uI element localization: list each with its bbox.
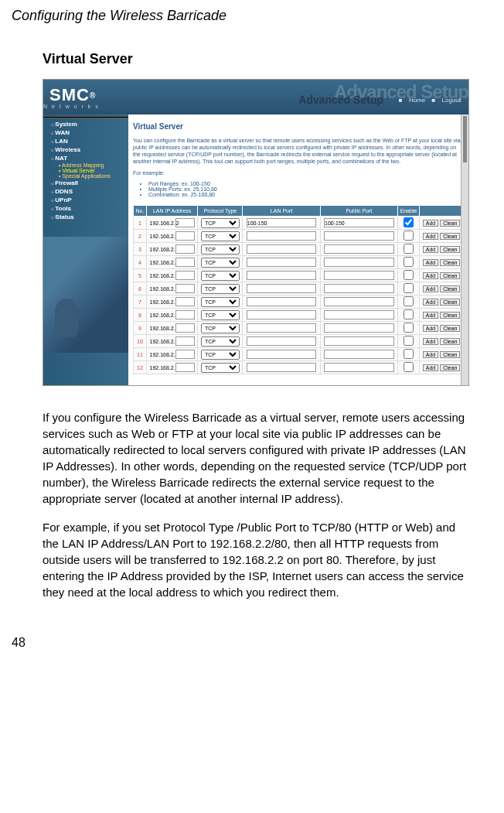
protocol-select[interactable]: TCP: [201, 284, 240, 294]
add-button[interactable]: Add: [423, 312, 438, 319]
sidebar-item-upnp[interactable]: UPnP: [43, 196, 128, 204]
enable-checkbox[interactable]: [404, 309, 414, 319]
add-button[interactable]: Add: [423, 246, 438, 253]
scrollbar[interactable]: [461, 114, 468, 385]
lan-port-input[interactable]: [247, 336, 317, 346]
clean-button[interactable]: Clean: [440, 325, 460, 332]
lan-port-input[interactable]: [247, 350, 317, 359]
enable-checkbox[interactable]: [404, 244, 414, 254]
lan-port-input[interactable]: [247, 218, 317, 227]
enable-checkbox[interactable]: [404, 217, 414, 227]
ip-last-octet[interactable]: [175, 244, 195, 254]
public-port-input[interactable]: [324, 363, 394, 372]
ip-last-octet[interactable]: [175, 336, 195, 346]
sidebar-item-lan[interactable]: LAN: [43, 137, 128, 145]
protocol-select[interactable]: TCP: [201, 271, 240, 281]
protocol-select[interactable]: TCP: [201, 218, 240, 228]
enable-checkbox[interactable]: [404, 231, 414, 241]
public-port-input[interactable]: [324, 284, 394, 293]
sidebar-item-tools[interactable]: Tools: [43, 204, 128, 213]
protocol-select[interactable]: TCP: [201, 258, 240, 268]
lan-port-input[interactable]: [247, 363, 317, 372]
clean-button[interactable]: Clean: [440, 299, 460, 306]
clean-button[interactable]: Clean: [440, 312, 460, 319]
enable-checkbox[interactable]: [404, 283, 414, 293]
sidebar-sub-address-mapping[interactable]: Address Mapping: [43, 162, 128, 168]
ip-last-octet[interactable]: [175, 297, 195, 306]
add-button[interactable]: Add: [423, 338, 438, 345]
add-button[interactable]: Add: [423, 259, 438, 266]
sidebar-item-status[interactable]: Status: [43, 213, 128, 221]
clean-button[interactable]: Clean: [440, 272, 460, 279]
sidebar-item-firewall[interactable]: Firewall: [43, 179, 128, 187]
clean-button[interactable]: Clean: [440, 338, 460, 345]
protocol-select[interactable]: TCP: [201, 231, 240, 241]
lan-port-input[interactable]: [247, 323, 317, 333]
protocol-select[interactable]: TCP: [201, 310, 240, 320]
add-button[interactable]: Add: [423, 364, 438, 371]
protocol-select[interactable]: TCP: [201, 363, 240, 373]
home-link[interactable]: ■ Home: [399, 97, 425, 104]
clean-button[interactable]: Clean: [440, 351, 460, 358]
public-port-input[interactable]: [324, 218, 394, 227]
public-port-input[interactable]: [324, 297, 394, 306]
ip-last-octet[interactable]: [175, 271, 195, 280]
sidebar-sub-special-apps[interactable]: Special Applications: [43, 173, 128, 179]
protocol-select[interactable]: TCP: [201, 336, 240, 347]
ip-last-octet[interactable]: [175, 363, 195, 372]
ip-last-octet[interactable]: [175, 284, 195, 293]
clean-button[interactable]: Clean: [440, 364, 460, 371]
enable-checkbox[interactable]: [404, 349, 414, 359]
logout-link[interactable]: ■ Logout: [431, 97, 461, 104]
protocol-select[interactable]: TCP: [201, 323, 240, 333]
lan-port-input[interactable]: [247, 310, 317, 319]
enable-checkbox[interactable]: [404, 257, 414, 267]
protocol-select[interactable]: TCP: [201, 350, 240, 360]
sidebar-item-wireless[interactable]: Wireless: [43, 145, 128, 154]
add-button[interactable]: Add: [423, 220, 438, 227]
ip-last-octet[interactable]: [175, 258, 195, 267]
add-button[interactable]: Add: [423, 325, 438, 332]
public-port-input[interactable]: [324, 323, 394, 333]
enable-checkbox[interactable]: [404, 323, 414, 333]
sidebar-item-system[interactable]: System: [43, 120, 128, 128]
enable-checkbox[interactable]: [404, 362, 414, 372]
protocol-select[interactable]: TCP: [201, 244, 240, 254]
lan-port-input[interactable]: [247, 297, 317, 306]
sidebar-item-nat[interactable]: NAT: [43, 154, 128, 162]
sidebar-item-ddns[interactable]: DDNS: [43, 187, 128, 196]
lan-port-input[interactable]: [247, 244, 317, 254]
sidebar-sub-virtual-server[interactable]: Virtual Server: [43, 168, 128, 173]
public-port-input[interactable]: [324, 310, 394, 319]
ip-last-octet[interactable]: [175, 218, 195, 227]
public-port-input[interactable]: [324, 231, 394, 241]
clean-button[interactable]: Clean: [440, 285, 460, 292]
lan-port-input[interactable]: [247, 271, 317, 280]
ip-last-octet[interactable]: [175, 310, 195, 319]
lan-port-input[interactable]: [247, 258, 317, 267]
sidebar-item-wan[interactable]: WAN: [43, 128, 128, 137]
public-port-input[interactable]: [324, 244, 394, 254]
ip-last-octet[interactable]: [175, 231, 195, 241]
clean-button[interactable]: Clean: [440, 220, 460, 227]
enable-checkbox[interactable]: [404, 296, 414, 306]
lan-port-input[interactable]: [247, 284, 317, 293]
lan-port-input[interactable]: [247, 231, 317, 241]
add-button[interactable]: Add: [423, 233, 438, 240]
add-button[interactable]: Add: [423, 285, 438, 292]
protocol-select[interactable]: TCP: [201, 297, 240, 307]
clean-button[interactable]: Clean: [440, 246, 460, 253]
add-button[interactable]: Add: [423, 351, 438, 358]
add-button[interactable]: Add: [423, 272, 438, 279]
enable-checkbox[interactable]: [404, 270, 414, 280]
public-port-input[interactable]: [324, 336, 394, 346]
clean-button[interactable]: Clean: [440, 259, 460, 266]
enable-checkbox[interactable]: [404, 336, 414, 346]
public-port-input[interactable]: [324, 350, 394, 359]
public-port-input[interactable]: [324, 258, 394, 267]
ip-last-octet[interactable]: [175, 323, 195, 333]
clean-button[interactable]: Clean: [440, 233, 460, 240]
add-button[interactable]: Add: [423, 299, 438, 306]
ip-last-octet[interactable]: [175, 350, 195, 359]
public-port-input[interactable]: [324, 271, 394, 280]
